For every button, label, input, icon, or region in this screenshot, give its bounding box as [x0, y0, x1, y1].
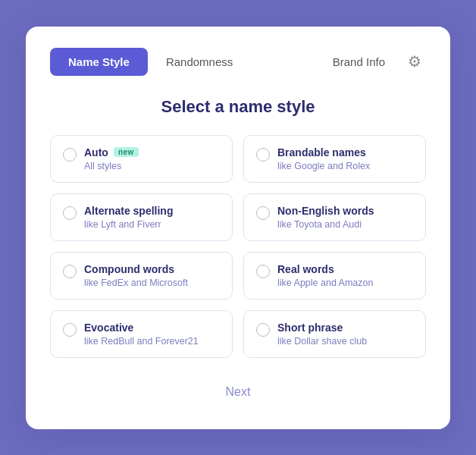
next-button[interactable]: Next	[196, 379, 281, 405]
option-auto-sub: All styles	[84, 161, 139, 171]
tab-randomness[interactable]: Randomness	[148, 48, 251, 76]
option-compound-sub: like FedEx and Microsoft	[84, 278, 188, 288]
new-badge: new	[114, 147, 139, 157]
main-card: Name Style Randomness Brand Info ⚙ Selec…	[26, 27, 450, 429]
option-brandable[interactable]: Brandable names like Google and Rolex	[243, 135, 426, 183]
option-evocative-sub: like RedBull and Forever21	[84, 336, 199, 347]
option-real-words[interactable]: Real words like Apple and Amazon	[243, 252, 426, 300]
gear-icon[interactable]: ⚙	[403, 49, 426, 74]
option-auto[interactable]: Auto new All styles	[50, 135, 233, 183]
tab-name-style[interactable]: Name Style	[50, 48, 148, 76]
next-btn-wrap: Next	[50, 379, 426, 405]
option-short-phrase-title: Short phrase	[277, 322, 367, 334]
radio-compound	[63, 265, 77, 278]
option-evocative-title: Evocative	[84, 322, 199, 334]
option-non-english-sub: like Toyota and Audi	[277, 219, 374, 230]
radio-auto	[63, 148, 77, 162]
option-evocative[interactable]: Evocative like RedBull and Forever21	[50, 310, 233, 358]
option-short-phrase-sub: like Dollar shave club	[277, 336, 367, 347]
option-brandable-title: Brandable names	[277, 146, 370, 158]
option-alternate-spelling[interactable]: Alternate spelling like Lyft and Fiverr	[50, 193, 233, 241]
option-real-words-sub: like Apple and Amazon	[277, 278, 373, 288]
radio-alternate-spelling	[63, 206, 77, 220]
radio-evocative	[63, 323, 77, 337]
option-non-english-title: Non-English words	[277, 205, 374, 217]
page-title: Select a name style	[50, 97, 426, 117]
radio-non-english	[256, 206, 270, 220]
radio-brandable	[256, 148, 270, 162]
radio-short-phrase	[256, 323, 270, 337]
option-non-english[interactable]: Non-English words like Toyota and Audi	[243, 193, 426, 241]
option-compound-title: Compound words	[84, 263, 188, 275]
option-alternate-spelling-title: Alternate spelling	[84, 205, 173, 217]
option-real-words-title: Real words	[277, 263, 373, 275]
option-short-phrase[interactable]: Short phrase like Dollar shave club	[243, 310, 426, 358]
option-alternate-spelling-sub: like Lyft and Fiverr	[84, 219, 173, 230]
option-brandable-sub: like Google and Rolex	[277, 161, 370, 171]
option-auto-title: Auto new	[84, 146, 139, 158]
options-grid: Auto new All styles Brandable names like…	[50, 135, 426, 358]
radio-real-words	[256, 265, 270, 278]
tab-brand-info[interactable]: Brand Info	[315, 48, 403, 76]
tab-bar: Name Style Randomness Brand Info ⚙	[50, 48, 426, 76]
option-compound[interactable]: Compound words like FedEx and Microsoft	[50, 252, 233, 300]
